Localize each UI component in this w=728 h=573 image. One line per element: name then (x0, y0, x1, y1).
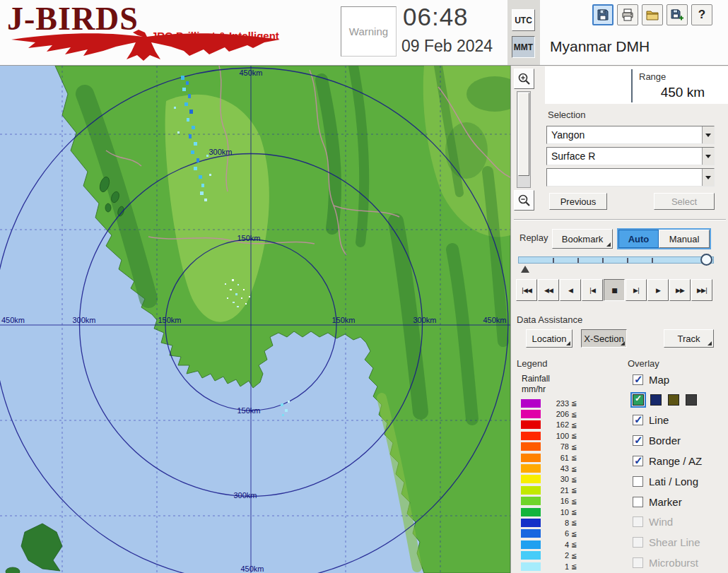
overlay-row-lati-long[interactable]: Lati / Long (633, 471, 727, 492)
legend-row: 4≦ (521, 539, 577, 550)
chevron-down-icon (705, 134, 711, 137)
range-readout: Range 450 km (545, 66, 728, 104)
help-button[interactable]: ? (691, 4, 712, 25)
radar-map[interactable]: 450km 300km 150km 450km 300km 150km 150k… (0, 66, 510, 573)
overlay-heading: Overlay (628, 358, 659, 369)
option-dropdown-value (547, 169, 702, 186)
site-dropdown-arrow[interactable] (702, 126, 714, 143)
legend-swatch (521, 454, 541, 462)
legend-swatch (521, 540, 541, 549)
border-checkbox[interactable] (633, 435, 643, 446)
overlay-row-map[interactable]: Map (633, 370, 727, 390)
auto-mode-button[interactable]: Auto (618, 230, 659, 248)
select-button[interactable]: Select (654, 193, 715, 210)
previous-button[interactable]: Previous (549, 193, 607, 210)
overlay-row-border[interactable]: Border (633, 430, 727, 451)
save-button[interactable] (592, 4, 613, 25)
magnifier-minus-icon (517, 194, 532, 208)
replay-timeline-slider[interactable] (518, 252, 714, 273)
mmt-button[interactable]: MMT (512, 36, 535, 58)
legend-row: 10≦ (521, 507, 577, 517)
timeline-tick (652, 258, 653, 263)
map-style-swatches (633, 390, 727, 410)
svg-text:300km: 300km (413, 316, 436, 324)
overlay-row-line[interactable]: Line (633, 410, 727, 431)
x-section-button[interactable]: X-Section (581, 329, 627, 348)
bookmark-button[interactable]: Bookmark (552, 229, 613, 249)
open-file-button[interactable] (642, 4, 663, 25)
timeline-tick (627, 258, 628, 263)
overlay-row-range-az[interactable]: Range / AZ (633, 451, 727, 471)
print-button[interactable] (617, 4, 638, 25)
utc-button[interactable]: UTC (512, 9, 535, 31)
line-checkbox[interactable] (633, 415, 643, 425)
legend-swatch (521, 432, 541, 440)
legend-row: 2≦ (521, 550, 577, 560)
marker-checkbox[interactable] (633, 497, 643, 507)
legend-row: 16≦ (521, 496, 577, 507)
option-dropdown[interactable] (546, 168, 715, 187)
step-forward-button[interactable]: ▶| (626, 279, 647, 301)
zoom-scrollbar-thumb[interactable] (518, 93, 529, 176)
zoom-scrollbar[interactable] (517, 91, 531, 188)
legend-row: 1≦ (521, 561, 577, 572)
map-checkbox[interactable] (633, 374, 643, 385)
play-button[interactable]: ▶ (647, 279, 669, 301)
map-style-olive[interactable] (668, 394, 679, 406)
map-style-gray[interactable] (686, 394, 697, 406)
location-button[interactable]: Location (526, 329, 573, 348)
toolbar: ? (592, 4, 712, 25)
radar-map-canvas[interactable]: 450km 300km 150km 450km 300km 150km 150k… (0, 66, 510, 573)
track-button[interactable]: Track (664, 329, 714, 348)
legend-title: Rainfall (522, 374, 550, 384)
svg-text:450km: 450km (1, 316, 25, 324)
timezone-strip: UTC MMT (507, 0, 540, 65)
legend-swatch (521, 529, 541, 538)
svg-text:450km: 450km (483, 316, 506, 324)
lati-long-checkbox[interactable] (633, 476, 643, 487)
manual-mode-button[interactable]: Manual (659, 230, 710, 248)
timeline-tick (577, 258, 579, 263)
product-dropdown-arrow[interactable] (702, 148, 714, 165)
legend-swatch (521, 410, 541, 418)
zoom-out-button[interactable] (514, 190, 534, 211)
export-button[interactable] (667, 4, 688, 25)
option-dropdown-arrow[interactable] (702, 169, 714, 186)
overlay-row-marker[interactable]: Marker (633, 492, 727, 512)
fast-forward-button[interactable]: ▶▶ (669, 279, 691, 301)
timeline-thumb[interactable] (700, 254, 712, 266)
control-panel: Range 450 km Selection Yangon Surface R … (510, 66, 728, 573)
map-style-navy[interactable] (650, 394, 662, 406)
question-mark-icon: ? (698, 8, 705, 22)
product-dropdown[interactable]: Surface R (546, 147, 715, 165)
warning-indicator[interactable]: Warning (341, 6, 397, 57)
legend-row: 43≦ (521, 463, 577, 473)
overlay-list: Map Line Border Range / AZ (633, 370, 727, 573)
data-assistance-heading: Data Assistance (517, 314, 582, 325)
zoom-in-button[interactable] (514, 69, 534, 89)
site-dropdown[interactable]: Yangon (546, 126, 715, 144)
legend-row: 162≦ (521, 420, 577, 430)
legend-swatch (521, 551, 541, 560)
folder-icon (645, 8, 659, 22)
range-az-checkbox[interactable] (633, 456, 643, 466)
clock-date: 09 Feb 2024 (401, 37, 493, 56)
legend-swatch (521, 519, 541, 527)
legend-swatch (521, 420, 541, 429)
warning-label: Warning (349, 25, 388, 37)
play-reverse-button[interactable]: ◀ (560, 279, 581, 301)
svg-text:150km: 150km (331, 316, 355, 324)
svg-text:450km: 450km (240, 565, 264, 573)
fast-rewind-button[interactable]: ◀◀ (538, 279, 559, 301)
timeline-track[interactable] (518, 256, 714, 264)
timeline-start-marker (521, 266, 529, 273)
map-style-green[interactable] (633, 394, 644, 406)
legend-row: 206≦ (521, 408, 577, 419)
stop-button[interactable]: ■ (604, 279, 625, 301)
skip-to-end-button[interactable]: ▶▶| (691, 279, 712, 301)
skip-to-start-button[interactable]: |◀◀ (516, 279, 537, 301)
chevron-down-icon (705, 176, 711, 179)
step-back-button[interactable]: |◀ (582, 279, 603, 301)
microburst-checkbox (633, 557, 643, 568)
selection-heading: Selection (548, 110, 585, 120)
